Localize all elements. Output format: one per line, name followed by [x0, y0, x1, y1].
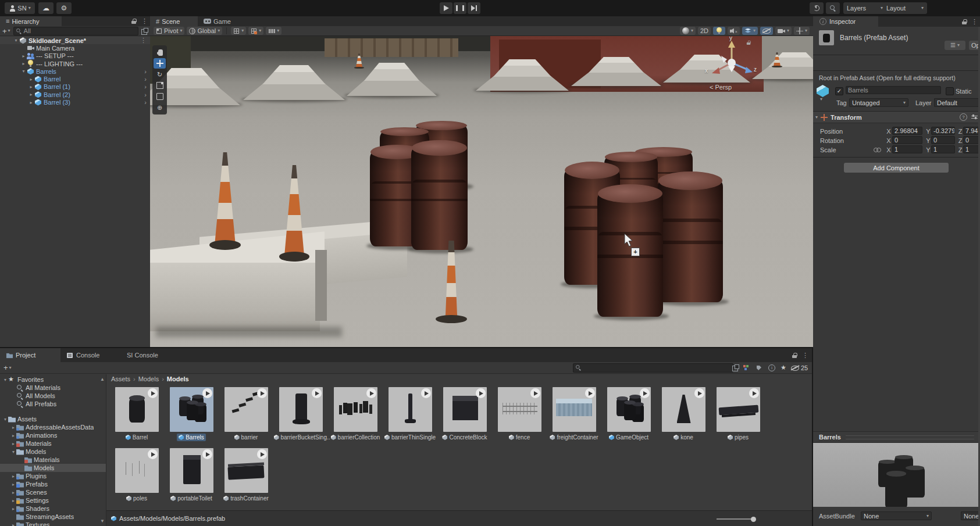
open-window-icon[interactable] [732, 364, 739, 371]
tab-project[interactable]: Project [0, 348, 60, 362]
play-button[interactable] [440, 2, 452, 14]
asset-thumbnail[interactable] [662, 387, 705, 432]
lock-icon[interactable] [961, 19, 967, 25]
hierarchy-row[interactable]: ▸Barrel (2)› [0, 91, 150, 98]
asset-thumbnail[interactable] [115, 448, 159, 493]
add-object-caret[interactable]: ▾ [8, 28, 10, 33]
tree-arrow-icon[interactable]: ▸ [28, 92, 34, 97]
undo-history-button[interactable] [810, 2, 824, 14]
hierarchy-row[interactable]: ▾Barrels› [0, 67, 150, 75]
hierarchy-row[interactable]: ▸--- LIGHTING --- [0, 60, 150, 67]
barrel-3d[interactable] [411, 146, 468, 250]
variant-dropdown[interactable]: None [961, 511, 980, 520]
play-badge[interactable] [640, 388, 650, 398]
hierarchy-row[interactable]: ▸Barrel› [0, 75, 150, 83]
name-field[interactable]: Barrels [846, 86, 941, 94]
tab-inspector[interactable]: i Inspector [813, 16, 878, 27]
traffic-cone[interactable] [281, 165, 307, 262]
2d-toggle-button[interactable]: 2D [698, 27, 711, 35]
step-button[interactable] [468, 2, 480, 14]
asset-thumbnail[interactable] [279, 387, 323, 432]
traffic-cone[interactable] [212, 152, 238, 250]
tree-arrow-icon[interactable]: ▸ [10, 498, 16, 503]
breadcrumb-item[interactable]: Assets [111, 375, 130, 382]
asset-thumbnail[interactable] [224, 387, 268, 432]
play-badge[interactable] [202, 388, 212, 398]
project-tree-row[interactable]: ▸Materials [0, 439, 106, 448]
breadcrumb-item[interactable]: Models [138, 375, 159, 382]
asset-thumbnail[interactable] [443, 387, 487, 432]
services-button[interactable]: ⚙ [56, 2, 72, 14]
asset-thumbnail[interactable] [170, 448, 213, 493]
create-asset-button[interactable]: + [3, 363, 8, 372]
asset-thumbnail[interactable] [224, 448, 268, 493]
tree-arrow-icon[interactable]: ▾ [2, 377, 8, 382]
barrel-3d[interactable] [658, 179, 723, 302]
play-badge[interactable] [148, 388, 158, 398]
search-by-type-icon[interactable] [743, 364, 750, 371]
project-tree-row[interactable]: ▸Scenes [0, 488, 106, 496]
play-badge[interactable] [257, 388, 267, 398]
asset-thumbnail[interactable] [553, 387, 596, 432]
snap-toggle-button[interactable]: ▾ [248, 27, 263, 35]
drag-handle-icon[interactable] [846, 435, 974, 439]
tab-hierarchy[interactable]: ≡ Hierarchy [0, 16, 62, 26]
preview-header[interactable]: Barrels [813, 431, 980, 443]
asset-item[interactable]: barrierBucketSing... [273, 387, 328, 441]
asset-item[interactable]: fence [492, 387, 547, 441]
tree-arrow-icon[interactable]: ▾ [20, 69, 27, 74]
project-tree-row[interactable]: ▾Assets [0, 415, 106, 423]
layer-dropdown[interactable]: Default [934, 98, 980, 107]
asset-item[interactable]: portableToilet [164, 448, 219, 502]
snap-increment-button[interactable]: ▾ [266, 27, 281, 35]
asset-item[interactable]: freightContainer [547, 387, 601, 441]
play-badge[interactable] [476, 388, 486, 398]
project-tree-row[interactable]: All Prefabs [0, 400, 106, 408]
play-badge[interactable] [585, 388, 595, 398]
project-tree-row[interactable]: ▸Prefabs [0, 480, 106, 488]
prefab-chevron-icon[interactable]: › [144, 91, 149, 98]
audio-toggle-button[interactable]: × [728, 27, 740, 35]
hierarchy-row[interactable]: ▸--- SETUP --- [0, 52, 150, 60]
asset-item[interactable]: GameObject [601, 387, 656, 441]
tree-arrow-icon[interactable]: ▸ [20, 53, 27, 59]
asset-thumbnail[interactable] [607, 387, 651, 432]
tree-arrow-icon[interactable]: ▸ [10, 523, 16, 526]
asset-item[interactable]: kone [656, 387, 711, 441]
asset-item[interactable]: barrier [219, 387, 273, 441]
create-asset-caret[interactable]: ▾ [9, 366, 12, 370]
project-tree-row[interactable]: ▸Shaders [0, 504, 106, 513]
project-search-input[interactable] [573, 363, 733, 373]
asset-item[interactable]: barrierCollection [328, 387, 383, 441]
lock-icon[interactable] [792, 352, 797, 359]
asset-item[interactable]: Barrels [164, 387, 219, 441]
project-tree-row[interactable]: ▸Animations [0, 431, 106, 439]
chevron-down-icon[interactable]: ▾ [820, 97, 822, 102]
gizmos-dropdown[interactable]: ▾ [794, 27, 810, 35]
jersey-barrier[interactable] [243, 65, 345, 100]
lock-icon[interactable] [131, 18, 137, 24]
play-badge[interactable] [312, 388, 322, 398]
project-tree-row[interactable]: Models [0, 464, 106, 472]
global-search-button[interactable] [826, 2, 840, 14]
asset-item[interactable]: Barrel [109, 387, 164, 441]
info-icon[interactable] [768, 364, 775, 371]
project-tree-row[interactable]: ▾Favorites [0, 375, 106, 384]
transform-value-field[interactable]: 0 [931, 136, 955, 144]
tree-arrow-icon[interactable]: ▸ [10, 474, 16, 479]
transform-tool[interactable]: ⊕ [154, 102, 166, 113]
hierarchy-row[interactable]: Main Camera [0, 44, 150, 52]
project-tree-row[interactable]: ▾Models [0, 448, 106, 456]
project-tree-row[interactable]: ▸Settings [0, 496, 106, 504]
tree-arrow-icon[interactable]: ▸ [10, 490, 16, 495]
tab-si-console[interactable]: SI Console [121, 348, 183, 362]
transform-value-field[interactable]: 0 [963, 136, 980, 144]
traffic-cone[interactable] [438, 241, 465, 323]
tree-arrow-icon[interactable]: ▸ [10, 425, 16, 430]
tab-console[interactable]: Console [60, 348, 121, 362]
pause-button[interactable] [454, 2, 466, 14]
rect-tool[interactable] [154, 91, 166, 102]
link-constrain-icon[interactable] [874, 147, 881, 152]
breadcrumb-item[interactable]: Models [167, 375, 189, 382]
project-tree-row[interactable]: ▸Textures [0, 521, 106, 526]
